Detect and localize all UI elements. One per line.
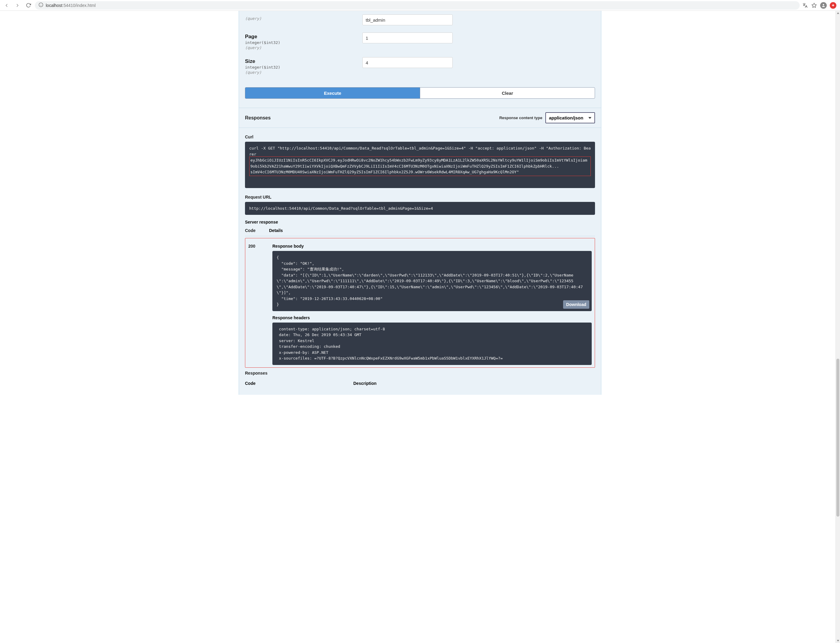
translate-icon[interactable] <box>802 2 808 8</box>
site-info-icon[interactable] <box>39 2 43 8</box>
details-header: Details <box>269 226 595 236</box>
svg-point-4 <box>823 4 824 5</box>
bookmark-star-icon[interactable] <box>811 2 817 8</box>
url-port: :54410 <box>62 3 75 8</box>
param-row-0: (query) <box>245 11 595 29</box>
param-input-page[interactable] <box>362 33 453 43</box>
param-type: integer($int32) <box>245 40 362 45</box>
param-input-sqlortable[interactable] <box>362 15 453 25</box>
response-headers-label: Response headers <box>272 315 592 320</box>
url-host: localhost <box>46 3 62 8</box>
param-name: Page <box>245 34 362 40</box>
response-headers-block[interactable]: content-type: application/json; charset=… <box>272 323 592 365</box>
download-button[interactable]: Download <box>563 300 589 309</box>
responses-heading: Responses <box>245 115 271 121</box>
param-in: (query) <box>245 16 362 21</box>
reload-button[interactable] <box>24 1 33 10</box>
request-url-label: Request URL <box>245 195 595 199</box>
code-header-2: Code <box>245 379 353 388</box>
server-response-label: Server response <box>245 220 595 224</box>
param-name: Size <box>245 59 362 64</box>
responses-label-2: Responses <box>245 371 595 375</box>
curl-highlight: eyJhbGciOiJIUzI1NiIsInR5cCI6IkpXVCJ9.eyJ… <box>249 157 591 176</box>
request-url-block[interactable]: http://localhost:54410/api/Common/Data_R… <box>245 202 595 215</box>
forward-button[interactable] <box>13 1 22 10</box>
scroll-up-arrow-icon[interactable] <box>836 11 840 15</box>
vertical-scrollbar[interactable] <box>835 11 840 395</box>
browser-toolbar: localhost:54410/index.html ✦ <box>0 0 840 11</box>
response-body-label: Response body <box>272 244 592 248</box>
url-path: /index.html <box>75 3 96 8</box>
address-bar[interactable]: localhost:54410/index.html <box>35 1 800 10</box>
param-type: integer($int32) <box>245 65 362 70</box>
response-body-block[interactable]: { "code": "OK!", "message": "查询结果集成功!", … <box>272 251 592 311</box>
profile-avatar-icon[interactable] <box>820 2 827 9</box>
param-row-size: Size integer($int32) (query) <box>245 54 595 78</box>
code-header: Code <box>245 226 269 236</box>
status-code: 200 <box>248 243 272 365</box>
curl-block[interactable]: curl -X GET "http://localhost:54410/api/… <box>245 142 595 188</box>
content-type-label: Response content type <box>499 116 543 120</box>
param-in: (query) <box>245 70 362 75</box>
scrollbar-thumb[interactable] <box>837 359 839 395</box>
back-button[interactable] <box>2 1 11 10</box>
clear-button[interactable]: Clear <box>420 87 595 99</box>
param-in: (query) <box>245 46 362 50</box>
extension-icon[interactable]: ✦ <box>830 2 837 9</box>
param-input-size[interactable] <box>362 57 453 68</box>
execute-button[interactable]: Execute <box>245 87 420 99</box>
svg-marker-5 <box>837 12 839 14</box>
curl-label: Curl <box>245 134 595 139</box>
response-highlight-box: 200 Response body { "code": "OK!", "mess… <box>245 238 595 368</box>
content-type-select[interactable]: application/json <box>545 112 595 123</box>
description-header: Description <box>353 379 595 388</box>
param-row-page: Page integer($int32) (query) <box>245 29 595 54</box>
svg-marker-3 <box>812 3 817 7</box>
